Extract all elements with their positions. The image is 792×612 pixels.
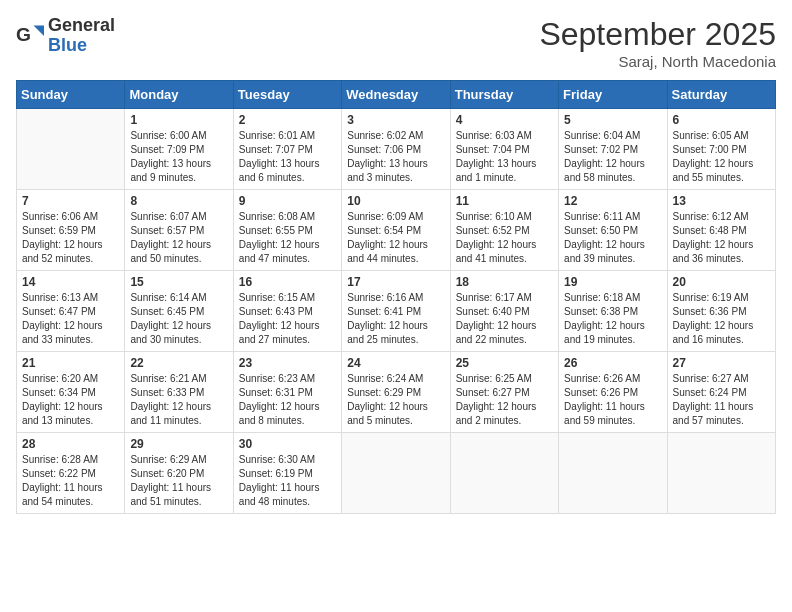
day-number: 27 <box>673 356 770 370</box>
day-info: Sunrise: 6:04 AM Sunset: 7:02 PM Dayligh… <box>564 129 661 185</box>
calendar-cell: 19Sunrise: 6:18 AM Sunset: 6:38 PM Dayli… <box>559 271 667 352</box>
calendar-cell: 9Sunrise: 6:08 AM Sunset: 6:55 PM Daylig… <box>233 190 341 271</box>
day-info: Sunrise: 6:17 AM Sunset: 6:40 PM Dayligh… <box>456 291 553 347</box>
day-number: 16 <box>239 275 336 289</box>
calendar-cell: 14Sunrise: 6:13 AM Sunset: 6:47 PM Dayli… <box>17 271 125 352</box>
day-number: 26 <box>564 356 661 370</box>
logo-general-text: General <box>48 16 115 36</box>
month-title: September 2025 <box>539 16 776 53</box>
day-number: 21 <box>22 356 119 370</box>
day-info: Sunrise: 6:18 AM Sunset: 6:38 PM Dayligh… <box>564 291 661 347</box>
calendar-cell: 27Sunrise: 6:27 AM Sunset: 6:24 PM Dayli… <box>667 352 775 433</box>
calendar-cell <box>450 433 558 514</box>
day-number: 10 <box>347 194 444 208</box>
day-number: 23 <box>239 356 336 370</box>
calendar-week-row: 28Sunrise: 6:28 AM Sunset: 6:22 PM Dayli… <box>17 433 776 514</box>
calendar-cell: 13Sunrise: 6:12 AM Sunset: 6:48 PM Dayli… <box>667 190 775 271</box>
col-header-sunday: Sunday <box>17 81 125 109</box>
day-number: 11 <box>456 194 553 208</box>
day-number: 15 <box>130 275 227 289</box>
calendar-cell: 26Sunrise: 6:26 AM Sunset: 6:26 PM Dayli… <box>559 352 667 433</box>
calendar-cell <box>667 433 775 514</box>
calendar-cell: 22Sunrise: 6:21 AM Sunset: 6:33 PM Dayli… <box>125 352 233 433</box>
calendar-cell: 25Sunrise: 6:25 AM Sunset: 6:27 PM Dayli… <box>450 352 558 433</box>
logo-blue-text: Blue <box>48 36 115 56</box>
day-info: Sunrise: 6:19 AM Sunset: 6:36 PM Dayligh… <box>673 291 770 347</box>
day-number: 8 <box>130 194 227 208</box>
col-header-saturday: Saturday <box>667 81 775 109</box>
day-info: Sunrise: 6:06 AM Sunset: 6:59 PM Dayligh… <box>22 210 119 266</box>
calendar-cell: 20Sunrise: 6:19 AM Sunset: 6:36 PM Dayli… <box>667 271 775 352</box>
col-header-friday: Friday <box>559 81 667 109</box>
day-info: Sunrise: 6:23 AM Sunset: 6:31 PM Dayligh… <box>239 372 336 428</box>
calendar-cell: 12Sunrise: 6:11 AM Sunset: 6:50 PM Dayli… <box>559 190 667 271</box>
calendar-cell: 28Sunrise: 6:28 AM Sunset: 6:22 PM Dayli… <box>17 433 125 514</box>
calendar-cell: 15Sunrise: 6:14 AM Sunset: 6:45 PM Dayli… <box>125 271 233 352</box>
day-info: Sunrise: 6:27 AM Sunset: 6:24 PM Dayligh… <box>673 372 770 428</box>
day-number: 6 <box>673 113 770 127</box>
day-info: Sunrise: 6:16 AM Sunset: 6:41 PM Dayligh… <box>347 291 444 347</box>
day-number: 9 <box>239 194 336 208</box>
day-info: Sunrise: 6:09 AM Sunset: 6:54 PM Dayligh… <box>347 210 444 266</box>
day-info: Sunrise: 6:01 AM Sunset: 7:07 PM Dayligh… <box>239 129 336 185</box>
day-info: Sunrise: 6:00 AM Sunset: 7:09 PM Dayligh… <box>130 129 227 185</box>
day-info: Sunrise: 6:30 AM Sunset: 6:19 PM Dayligh… <box>239 453 336 509</box>
day-info: Sunrise: 6:03 AM Sunset: 7:04 PM Dayligh… <box>456 129 553 185</box>
day-info: Sunrise: 6:29 AM Sunset: 6:20 PM Dayligh… <box>130 453 227 509</box>
calendar-week-row: 21Sunrise: 6:20 AM Sunset: 6:34 PM Dayli… <box>17 352 776 433</box>
calendar-cell: 4Sunrise: 6:03 AM Sunset: 7:04 PM Daylig… <box>450 109 558 190</box>
day-number: 2 <box>239 113 336 127</box>
calendar-cell <box>342 433 450 514</box>
logo: G General Blue <box>16 16 115 56</box>
day-info: Sunrise: 6:11 AM Sunset: 6:50 PM Dayligh… <box>564 210 661 266</box>
day-number: 22 <box>130 356 227 370</box>
logo-icon: G <box>16 22 44 50</box>
calendar-cell: 7Sunrise: 6:06 AM Sunset: 6:59 PM Daylig… <box>17 190 125 271</box>
calendar-cell: 2Sunrise: 6:01 AM Sunset: 7:07 PM Daylig… <box>233 109 341 190</box>
day-number: 12 <box>564 194 661 208</box>
day-info: Sunrise: 6:25 AM Sunset: 6:27 PM Dayligh… <box>456 372 553 428</box>
calendar-cell: 8Sunrise: 6:07 AM Sunset: 6:57 PM Daylig… <box>125 190 233 271</box>
day-info: Sunrise: 6:20 AM Sunset: 6:34 PM Dayligh… <box>22 372 119 428</box>
col-header-wednesday: Wednesday <box>342 81 450 109</box>
calendar-cell <box>17 109 125 190</box>
calendar-cell: 21Sunrise: 6:20 AM Sunset: 6:34 PM Dayli… <box>17 352 125 433</box>
col-header-monday: Monday <box>125 81 233 109</box>
day-number: 18 <box>456 275 553 289</box>
col-header-thursday: Thursday <box>450 81 558 109</box>
day-info: Sunrise: 6:12 AM Sunset: 6:48 PM Dayligh… <box>673 210 770 266</box>
calendar-cell: 11Sunrise: 6:10 AM Sunset: 6:52 PM Dayli… <box>450 190 558 271</box>
day-info: Sunrise: 6:21 AM Sunset: 6:33 PM Dayligh… <box>130 372 227 428</box>
day-info: Sunrise: 6:10 AM Sunset: 6:52 PM Dayligh… <box>456 210 553 266</box>
day-number: 25 <box>456 356 553 370</box>
calendar-table: SundayMondayTuesdayWednesdayThursdayFrid… <box>16 80 776 514</box>
day-number: 3 <box>347 113 444 127</box>
calendar-week-row: 7Sunrise: 6:06 AM Sunset: 6:59 PM Daylig… <box>17 190 776 271</box>
calendar-cell: 17Sunrise: 6:16 AM Sunset: 6:41 PM Dayli… <box>342 271 450 352</box>
day-info: Sunrise: 6:14 AM Sunset: 6:45 PM Dayligh… <box>130 291 227 347</box>
day-number: 17 <box>347 275 444 289</box>
svg-text:G: G <box>16 24 31 45</box>
day-number: 5 <box>564 113 661 127</box>
calendar-cell: 18Sunrise: 6:17 AM Sunset: 6:40 PM Dayli… <box>450 271 558 352</box>
day-info: Sunrise: 6:28 AM Sunset: 6:22 PM Dayligh… <box>22 453 119 509</box>
calendar-cell: 29Sunrise: 6:29 AM Sunset: 6:20 PM Dayli… <box>125 433 233 514</box>
day-number: 14 <box>22 275 119 289</box>
day-info: Sunrise: 6:24 AM Sunset: 6:29 PM Dayligh… <box>347 372 444 428</box>
day-number: 30 <box>239 437 336 451</box>
calendar-cell: 10Sunrise: 6:09 AM Sunset: 6:54 PM Dayli… <box>342 190 450 271</box>
calendar-header-row: SundayMondayTuesdayWednesdayThursdayFrid… <box>17 81 776 109</box>
day-info: Sunrise: 6:07 AM Sunset: 6:57 PM Dayligh… <box>130 210 227 266</box>
calendar-cell: 3Sunrise: 6:02 AM Sunset: 7:06 PM Daylig… <box>342 109 450 190</box>
day-info: Sunrise: 6:08 AM Sunset: 6:55 PM Dayligh… <box>239 210 336 266</box>
day-info: Sunrise: 6:05 AM Sunset: 7:00 PM Dayligh… <box>673 129 770 185</box>
page-header: G General Blue September 2025 Saraj, Nor… <box>16 16 776 70</box>
day-info: Sunrise: 6:02 AM Sunset: 7:06 PM Dayligh… <box>347 129 444 185</box>
day-number: 1 <box>130 113 227 127</box>
day-number: 29 <box>130 437 227 451</box>
title-block: September 2025 Saraj, North Macedonia <box>539 16 776 70</box>
calendar-cell: 16Sunrise: 6:15 AM Sunset: 6:43 PM Dayli… <box>233 271 341 352</box>
calendar-cell: 30Sunrise: 6:30 AM Sunset: 6:19 PM Dayli… <box>233 433 341 514</box>
day-number: 28 <box>22 437 119 451</box>
calendar-cell: 23Sunrise: 6:23 AM Sunset: 6:31 PM Dayli… <box>233 352 341 433</box>
